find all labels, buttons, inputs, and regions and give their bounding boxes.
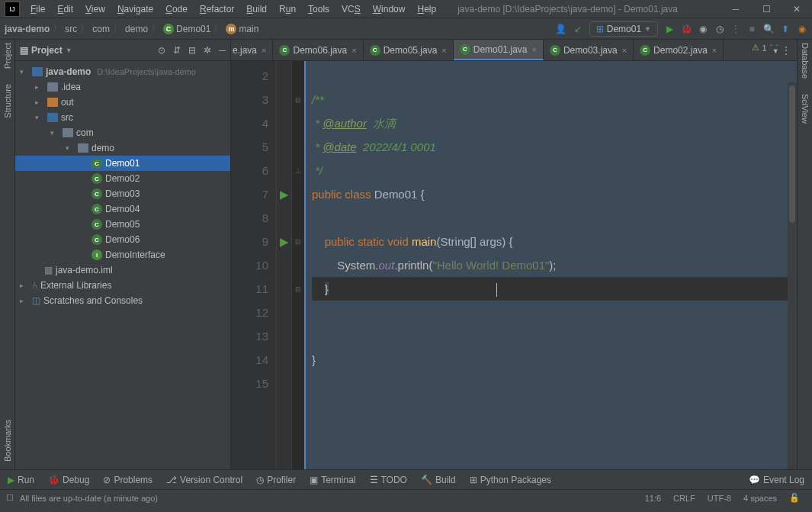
class-icon: C <box>550 45 560 56</box>
code-text[interactable]: /** * @author 水滴 * @date 2022/4/1 0001 *… <box>304 61 797 469</box>
tab-demo01[interactable]: CDemo01.java× <box>454 40 544 60</box>
profile-button[interactable]: ◷ <box>714 24 725 34</box>
run-button[interactable]: ▶ <box>664 24 675 34</box>
run-method-icon[interactable]: ▶ <box>280 235 289 249</box>
close-icon[interactable]: × <box>622 46 627 55</box>
editor: e.java× CDemo06.java× CDemo05.java× CDem… <box>231 40 797 469</box>
menu-vcs[interactable]: VCS <box>335 4 367 14</box>
tool-event-log[interactable]: 💬Event Log <box>749 475 804 485</box>
menu-help[interactable]: Help <box>411 4 442 14</box>
run-config-selector[interactable]: ⊞ Demo01 ▼ <box>589 21 658 37</box>
breadcrumb: java-demo 〉 src 〉 com 〉 demo 〉 CDemo01 〉… <box>5 22 258 35</box>
crumb-class[interactable]: CDemo01 <box>163 24 210 34</box>
menu-refactor[interactable]: Refactor <box>194 4 240 14</box>
run-class-icon[interactable]: ▶ <box>280 188 289 201</box>
tool-todo[interactable]: ☰TODO <box>370 475 407 485</box>
tree-idea[interactable]: ▸.idea <box>15 79 230 95</box>
menu-code[interactable]: Code <box>159 4 194 14</box>
crumb-demo[interactable]: demo <box>125 24 148 34</box>
tool-python[interactable]: ⊞Python Packages <box>470 475 551 485</box>
window-title: java-demo [D:\IdeaProjects\java-demo] - … <box>442 4 721 14</box>
tree-root[interactable]: ▾java-demoD:\IdeaProjects\java-demo <box>15 64 230 79</box>
crumb-com[interactable]: com <box>92 24 110 34</box>
sciview-tool-button[interactable]: SciView <box>801 94 810 124</box>
tree-file-demo04[interactable]: CDemo04 <box>15 201 230 217</box>
menu-view[interactable]: View <box>79 4 111 14</box>
menu-tools[interactable]: Tools <box>302 4 335 14</box>
status-icon[interactable]: ☐ <box>6 493 14 503</box>
close-icon[interactable]: × <box>712 46 717 55</box>
maximize-button[interactable]: ☐ <box>751 4 782 14</box>
menu-build[interactable]: Build <box>240 4 273 14</box>
menu-window[interactable]: Window <box>367 4 412 14</box>
minimize-button[interactable]: ─ <box>721 4 751 14</box>
menu-file[interactable]: File <box>24 4 51 14</box>
tree-out[interactable]: ▸out <box>15 95 230 110</box>
inspection-indicator[interactable]: ⚠ 1 ˆˇ <box>752 43 778 53</box>
project-panel-title[interactable]: ▤ Project ▼ <box>20 45 72 56</box>
add-user-icon[interactable]: 👤 <box>556 24 566 34</box>
menu-edit[interactable]: Edit <box>51 4 79 14</box>
close-button[interactable]: ✕ <box>782 4 812 14</box>
close-icon[interactable]: × <box>351 46 356 55</box>
tab-demo05[interactable]: CDemo05.java× <box>364 40 454 60</box>
close-icon[interactable]: × <box>441 46 446 55</box>
expand-all-icon[interactable]: ⇵ <box>173 45 181 56</box>
project-tool-button[interactable]: Project <box>3 43 12 69</box>
tree-file-demo02[interactable]: CDemo02 <box>15 171 230 186</box>
tree-file-demo01[interactable]: CDemo01 <box>15 156 230 171</box>
code-area[interactable]: 23 45 67 89 1011 1213 1415 ▶ ▶ ⊟⊥ ⊟⊟ <box>231 61 797 469</box>
caret-position[interactable]: 11:6 <box>639 494 667 503</box>
close-icon[interactable]: × <box>262 46 266 55</box>
tree-external-libs[interactable]: ▸⑃External Libraries <box>15 278 230 293</box>
tool-build[interactable]: 🔨Build <box>421 475 456 485</box>
tool-debug[interactable]: 🐞Debug <box>48 475 89 485</box>
vcs-update-icon[interactable]: ↙ <box>573 24 583 34</box>
ide-settings-icon[interactable]: ◉ <box>797 24 807 34</box>
tool-terminal[interactable]: ▣Terminal <box>310 475 355 485</box>
tree-iml[interactable]: ▦java-demo.iml <box>15 262 230 278</box>
tree-file-demo03[interactable]: CDemo03 <box>15 186 230 201</box>
crumb-project[interactable]: java-demo <box>5 24 50 34</box>
database-tool-button[interactable]: Database <box>801 43 810 79</box>
file-encoding[interactable]: UTF-8 <box>701 494 737 503</box>
tab-demo03[interactable]: CDemo03.java× <box>544 40 634 60</box>
bookmarks-tool-button[interactable]: Bookmarks <box>3 420 12 462</box>
tool-profiler[interactable]: ◷Profiler <box>256 475 296 485</box>
right-tool-gutter: Database SciView <box>797 40 812 469</box>
menu-run[interactable]: Run <box>273 4 302 14</box>
tool-vcs[interactable]: ⎇Version Control <box>166 475 242 485</box>
stop-button[interactable]: ■ <box>746 24 757 34</box>
vertical-scrollbar[interactable] <box>788 82 797 469</box>
crumb-method[interactable]: mmain <box>226 24 258 34</box>
menu-navigate[interactable]: Navigate <box>111 4 159 14</box>
crumb-src[interactable]: src <box>65 24 77 34</box>
tree-scratches[interactable]: ▸◫Scratches and Consoles <box>15 293 230 308</box>
settings-icon[interactable]: ✲ <box>204 45 211 56</box>
collapse-all-icon[interactable]: ⊟ <box>188 45 196 56</box>
tab-demo06[interactable]: CDemo06.java× <box>273 40 363 60</box>
tab-partial[interactable]: e.java× <box>231 40 273 60</box>
indent-setting[interactable]: 4 spaces <box>737 494 783 503</box>
line-separator[interactable]: CRLF <box>667 494 701 503</box>
readonly-icon[interactable]: 🔓 <box>783 493 806 503</box>
select-opened-icon[interactable]: ⊙ <box>158 45 165 56</box>
class-icon: C <box>163 24 174 34</box>
tree-demo[interactable]: ▾demo <box>15 140 230 156</box>
tree-com[interactable]: ▾com <box>15 125 230 140</box>
tab-demo02[interactable]: CDemo02.java× <box>634 40 724 60</box>
tool-run[interactable]: ▶Run <box>8 475 34 485</box>
debug-button[interactable]: 🐞 <box>681 24 692 34</box>
sync-icon[interactable]: ⬆ <box>780 24 791 34</box>
tree-file-interface[interactable]: IDemoInterface <box>15 247 230 262</box>
structure-tool-button[interactable]: Structure <box>3 84 12 118</box>
tree-file-demo05[interactable]: CDemo05 <box>15 217 230 232</box>
folder-icon <box>47 98 58 107</box>
hide-panel-icon[interactable]: ─ <box>219 45 226 56</box>
tree-file-demo06[interactable]: CDemo06 <box>15 232 230 247</box>
tree-src[interactable]: ▾src <box>15 110 230 125</box>
close-icon[interactable]: × <box>532 45 537 54</box>
search-icon[interactable]: 🔍 <box>763 24 774 34</box>
tool-problems[interactable]: ⊘Problems <box>103 475 152 485</box>
coverage-button[interactable]: ◉ <box>698 24 708 34</box>
